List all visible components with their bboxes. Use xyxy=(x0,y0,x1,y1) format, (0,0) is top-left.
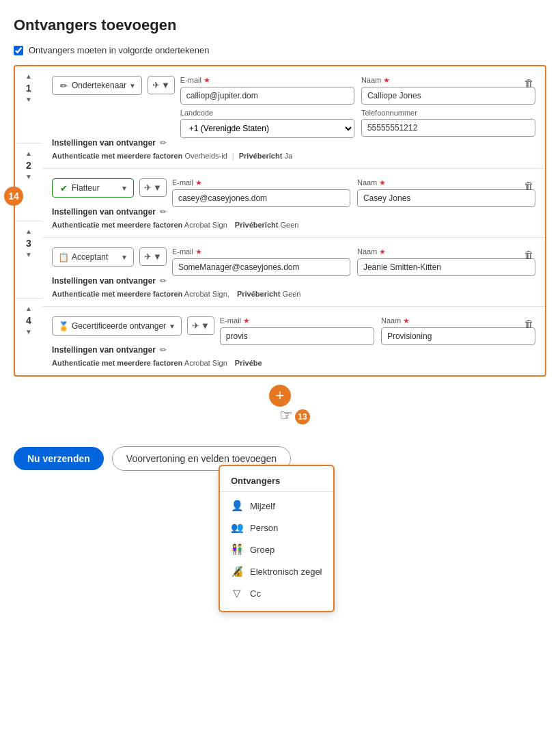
popup-label-electronic-seal: Elektronisch zegel xyxy=(250,567,322,577)
settings-row-4: Instellingen van ontvanger ✏ xyxy=(52,345,535,355)
send-icon-1a: ✈ xyxy=(152,80,160,90)
email-input-4[interactable] xyxy=(220,327,374,345)
name-input-2[interactable] xyxy=(357,189,535,207)
chevron-up-2[interactable]: ▲ xyxy=(25,150,32,157)
delete-btn-2[interactable]: 🗑 xyxy=(520,178,538,193)
role-dropdown-1[interactable]: ✏ Ondertekenaar ▼ xyxy=(52,76,142,95)
send-icons-2[interactable]: ✈ ▼ xyxy=(139,178,167,197)
chevron-down-1[interactable]: ▼ xyxy=(25,96,32,103)
chevron-up-4[interactable]: ▲ xyxy=(25,305,32,312)
role-dropdown-3[interactable]: 📋 Acceptant ▼ xyxy=(52,247,134,267)
send-button[interactable]: Nu verzenden xyxy=(14,447,104,470)
email-input-2[interactable] xyxy=(172,189,350,207)
auth-row-3: Authenticatie met meerdere factoren Acro… xyxy=(52,290,535,298)
recipient-card-2: 🗑 ✔ Flatteur ▼ ✈ ▼ E-mail ★ xyxy=(42,169,545,238)
popup-item-myself[interactable]: 👤 Mijzelf xyxy=(220,495,333,517)
private-value-1: Ja xyxy=(284,152,292,160)
edit-icon-1[interactable]: ✏ xyxy=(160,138,167,148)
settings-label-3: Instellingen van ontvanger xyxy=(52,276,156,286)
country-select-1[interactable]: +1 (Verenigde Staten) xyxy=(180,119,354,138)
num-label-1: 1 xyxy=(26,83,31,94)
name-group-3: Naam ★ xyxy=(357,247,535,276)
number-item-3: ▲ 3 ▼ xyxy=(15,221,42,299)
name-input-3[interactable] xyxy=(357,258,535,276)
pipe-1: | xyxy=(232,152,236,160)
private-label-4: Privébe xyxy=(235,359,262,367)
chevron-up-1[interactable]: ▲ xyxy=(25,73,32,80)
send-icons-4[interactable]: ✈ ▼ xyxy=(187,316,214,335)
email-input-3[interactable] xyxy=(172,258,350,276)
name-group-2: Naam ★ xyxy=(357,178,535,207)
role-name-1: Ondertekenaar xyxy=(72,81,126,90)
chevron-down-4[interactable]: ▼ xyxy=(25,329,32,336)
edit-icon-3[interactable]: ✏ xyxy=(160,276,167,286)
email-label-4: E-mail ★ xyxy=(220,316,374,325)
required-star-name-2: ★ xyxy=(379,178,386,187)
popup-label-person: Person xyxy=(250,523,278,533)
required-star-1: ★ xyxy=(204,76,210,84)
auth-text-1: Authenticatie met meerdere factoren xyxy=(52,152,182,160)
auth-row-4: Authenticatie met meerdere factoren Acro… xyxy=(52,359,535,367)
name-input-4[interactable] xyxy=(381,327,535,345)
auth-value-1: Overheids-id xyxy=(184,152,227,160)
settings-label-1: Instellingen van ontvanger xyxy=(52,138,156,148)
chevron-down-3[interactable]: ▼ xyxy=(25,252,32,258)
edit-icon-4[interactable]: ✏ xyxy=(160,345,167,355)
required-star-name-1: ★ xyxy=(383,76,390,84)
name-label-2: Naam ★ xyxy=(357,178,535,187)
settings-row-2: Instellingen van ontvanger ✏ xyxy=(52,207,535,217)
order-checkbox[interactable] xyxy=(14,46,23,55)
popup-item-electronic-seal[interactable]: 🔏 Elektronisch zegel xyxy=(220,560,333,582)
popup-label-cc: Cc xyxy=(250,588,261,599)
role-icon-2: ✔ xyxy=(58,182,69,193)
recipient-card-4: 🗑 🏅 Gecertificeerde ontvanger ▼ ✈ ▼ xyxy=(42,307,545,375)
required-star-name-4: ★ xyxy=(403,316,410,325)
settings-label-2: Instellingen van ontvanger xyxy=(52,207,156,217)
send-icons-1[interactable]: ✈ ▼ xyxy=(148,76,175,94)
role-name-3: Acceptant xyxy=(72,252,118,262)
checkbox-row: Ontvangers moeten in volgorde onderteken… xyxy=(14,45,546,55)
card-fields-wrap-4: E-mail ★ Naam ★ xyxy=(220,316,535,345)
edit-icon-2[interactable]: ✏ xyxy=(160,207,167,217)
role-dropdown-4[interactable]: 🏅 Gecertificeerde ontvanger ▼ xyxy=(52,316,182,336)
number-item-2: ▲ 2 ▼ xyxy=(15,144,42,221)
auth-text-4: Authenticatie met meerdere factoren xyxy=(52,359,182,367)
send-icons-3[interactable]: ✈ ▼ xyxy=(139,247,167,266)
role-name-2: Flatteur xyxy=(72,183,118,193)
role-name-4: Gecertificeerde ontvanger xyxy=(72,321,166,331)
chevron-down-2[interactable]: ▼ xyxy=(25,174,32,180)
auth-value-4: Acrobat Sign xyxy=(184,359,227,367)
email-group-3: E-mail ★ xyxy=(172,247,350,276)
settings-row-1: Instellingen van ontvanger ✏ xyxy=(52,138,535,148)
auth-text-2: Authenticatie met meerdere factoren xyxy=(52,221,182,229)
role-icon-4: 🏅 xyxy=(58,321,69,331)
left-numbers: ▲ 1 ▼ ▲ 2 ▼ ▲ 3 ▼ ▲ 4 ▼ xyxy=(14,65,42,377)
private-value-2: Geen xyxy=(281,221,299,229)
email-group-4: E-mail ★ xyxy=(220,316,374,345)
card-fields-wrap-3: E-mail ★ Naam ★ xyxy=(172,247,535,276)
phone-input-1[interactable] xyxy=(361,119,535,137)
send-icon-4b: ▼ xyxy=(201,321,210,331)
recipient-card-1: 🗑 ✏ Ondertekenaar ▼ ✈ ▼ E-mail xyxy=(42,66,545,169)
popup-item-person[interactable]: 👥 Person xyxy=(220,517,333,539)
name-input-1[interactable] xyxy=(361,87,535,105)
role-dropdown-2[interactable]: ✔ Flatteur ▼ xyxy=(52,178,134,198)
auth-text-3: Authenticatie met meerdere factoren xyxy=(52,290,182,298)
email-input-1[interactable] xyxy=(180,87,354,105)
popup-item-cc[interactable]: ▽ Cc xyxy=(220,582,333,604)
phone-group-1: Telefoonnummer xyxy=(361,109,535,138)
group-icon: 👫 xyxy=(231,543,243,556)
chevron-up-3[interactable]: ▲ xyxy=(25,228,32,235)
delete-btn-4[interactable]: 🗑 xyxy=(520,316,538,331)
delete-btn-3[interactable]: 🗑 xyxy=(520,247,538,262)
required-star-2: ★ xyxy=(195,178,202,187)
required-star-4: ★ xyxy=(243,316,250,325)
popup-item-group[interactable]: 👫 Groep xyxy=(220,539,333,560)
delete-btn-1[interactable]: 🗑 xyxy=(520,76,538,90)
private-label-1: Privébericht xyxy=(239,152,283,160)
add-recipient-button[interactable]: + xyxy=(269,385,291,407)
main-page: Ontvangers toevoegen Ontvangers moeten i… xyxy=(0,0,560,734)
phone-label-1: Telefoonnummer xyxy=(361,109,535,117)
name-group-1: Naam ★ xyxy=(361,76,535,105)
send-icon-1b: ▼ xyxy=(161,80,170,90)
